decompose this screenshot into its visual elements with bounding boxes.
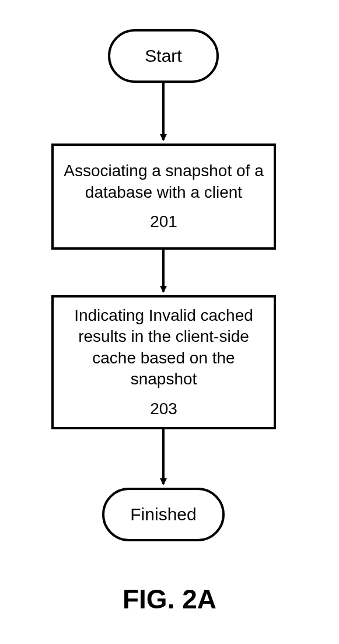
step-201-number: 201 [150,211,177,232]
step-203-text: Indicating Invalid cached results in the… [60,305,268,390]
terminator-finished: Finished [102,488,225,541]
finished-label: Finished [130,505,196,524]
start-label: Start [145,46,181,66]
process-step-203: Indicating Invalid cached results in the… [51,295,276,429]
figure-caption: FIG. 2A [0,583,339,615]
step-203-number: 203 [150,398,177,419]
caption-text: FIG. 2A [123,584,216,614]
process-step-201: Associating a snapshot of a database wit… [51,144,276,250]
terminator-start: Start [108,29,219,83]
step-201-text: Associating a snapshot of a database wit… [60,160,268,203]
